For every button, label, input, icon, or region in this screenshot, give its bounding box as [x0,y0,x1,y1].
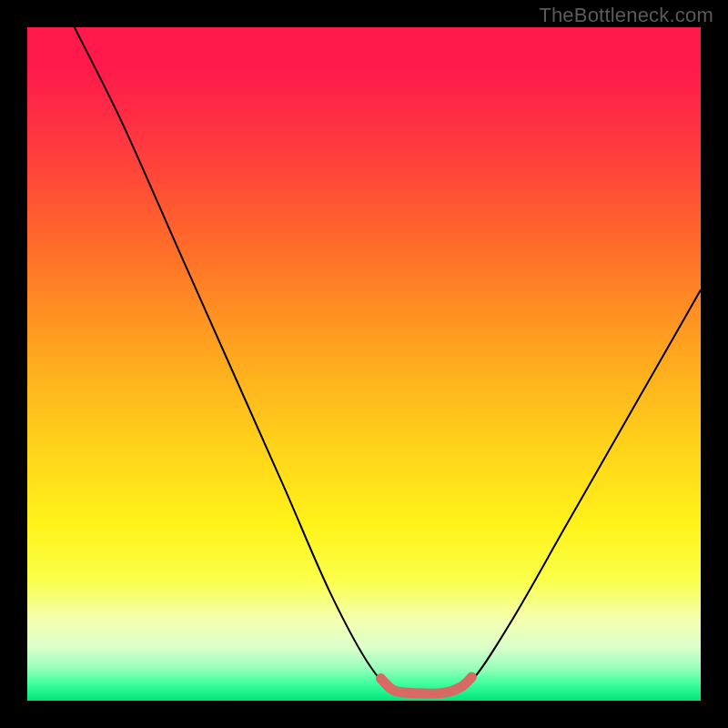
chart-frame: TheBottleneck.com [0,0,728,728]
frame-border-bottom [0,701,728,728]
plot-area [27,27,701,701]
frame-border-right [701,27,728,701]
bottleneck-curve-path [75,27,701,694]
frame-border-left [0,27,27,701]
chart-svg [27,27,701,701]
watermark-text: TheBottleneck.com [539,4,713,27]
optimal-zone-overlay-path [381,677,472,693]
